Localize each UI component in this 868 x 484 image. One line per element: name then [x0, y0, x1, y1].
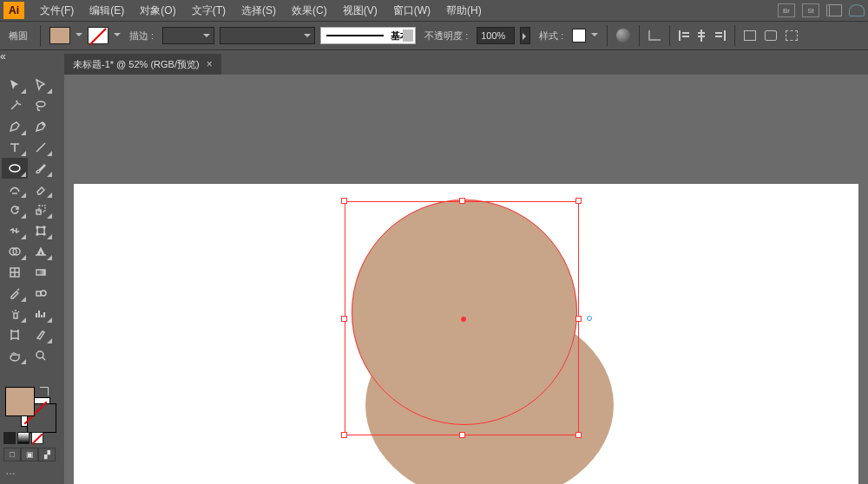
stroke-swatch[interactable] — [88, 27, 108, 44]
zoom-tool[interactable] — [28, 345, 54, 366]
screen-mode-icon[interactable]: … — [5, 465, 16, 477]
direct-selection-tool[interactable] — [28, 75, 54, 95]
chevron-down-icon[interactable] — [591, 33, 598, 40]
tools-panel — [2, 75, 54, 366]
opacity-label: 不透明度 : — [421, 29, 471, 43]
gradient-mode-icon[interactable] — [17, 432, 30, 444]
blend-tool[interactable] — [28, 283, 54, 304]
menu-view[interactable]: 视图(V) — [336, 2, 385, 20]
fill-swatch[interactable] — [49, 27, 70, 44]
eyedropper-tool[interactable] — [2, 283, 28, 304]
symbol-sprayer-tool[interactable] — [2, 304, 28, 324]
align-hcenter-icon[interactable] — [696, 30, 708, 41]
panel-dock-toggle[interactable]: « — [0, 50, 9, 59]
menu-select[interactable]: 选择(S) — [234, 2, 283, 20]
close-icon[interactable]: × — [207, 58, 213, 70]
swap-fill-stroke-icon[interactable] — [40, 387, 49, 396]
column-graph-tool[interactable] — [28, 304, 54, 324]
transform-icon[interactable] — [744, 30, 756, 41]
graphic-style-swatch[interactable] — [572, 29, 586, 43]
brush-definition-dropdown[interactable]: 基本 — [320, 27, 416, 44]
svg-rect-16 — [14, 313, 17, 318]
free-transform-tool[interactable] — [28, 220, 54, 241]
document-tab[interactable]: 未标题-1* @ 52% (RGB/预览) × — [64, 54, 221, 75]
app-logo[interactable]: Ai — [3, 2, 24, 19]
handle-n[interactable] — [459, 198, 465, 204]
handle-e[interactable] — [575, 316, 582, 322]
svg-point-0 — [36, 101, 45, 107]
opacity-stepper[interactable] — [520, 27, 530, 44]
magic-wand-tool[interactable] — [2, 95, 28, 116]
handle-sw[interactable] — [341, 432, 347, 438]
sync-icon[interactable] — [849, 4, 865, 16]
pie-widget-icon[interactable] — [587, 316, 592, 321]
pen-tool[interactable] — [2, 116, 28, 137]
menubar: Ai 文件(F) 编辑(E) 对象(O) 文字(T) 选择(S) 效果(C) 视… — [0, 0, 868, 21]
document-area[interactable] — [64, 75, 868, 484]
svg-point-15 — [41, 291, 46, 296]
ellipse-tool[interactable] — [2, 158, 28, 179]
recolor-icon[interactable] — [616, 29, 630, 43]
handle-se[interactable] — [575, 432, 582, 438]
shaper-tool[interactable] — [2, 179, 28, 199]
none-mode-icon[interactable] — [31, 432, 43, 444]
rotate-tool[interactable] — [2, 199, 28, 220]
svg-rect-4 — [39, 206, 45, 212]
width-tool[interactable] — [2, 220, 28, 241]
draw-normal-icon[interactable]: □ — [3, 448, 21, 461]
menu-file[interactable]: 文件(F) — [33, 2, 81, 20]
stroke-weight-label: 描边 : — [126, 29, 157, 43]
arrange-documents-icon[interactable] — [826, 4, 842, 16]
stock-link-icon[interactable]: St — [802, 3, 819, 17]
lasso-tool[interactable] — [28, 95, 54, 116]
shape-builder-tool[interactable] — [2, 241, 28, 262]
svg-point-2 — [10, 165, 20, 172]
menu-type[interactable]: 文字(T) — [185, 2, 233, 20]
isolate-icon[interactable] — [765, 30, 777, 41]
draw-inside-icon[interactable]: ▞ — [38, 448, 56, 461]
paintbrush-tool[interactable] — [28, 158, 54, 179]
color-mode-icon[interactable] — [3, 432, 16, 444]
handle-s[interactable] — [459, 432, 465, 438]
handle-nw[interactable] — [341, 198, 347, 204]
mesh-tool[interactable] — [2, 262, 28, 283]
line-tool[interactable] — [28, 137, 54, 158]
menu-effect[interactable]: 效果(C) — [285, 2, 334, 20]
chevron-down-icon[interactable] — [76, 33, 82, 40]
scale-tool[interactable] — [28, 199, 54, 220]
svg-point-1 — [43, 123, 44, 125]
stroke-weight-dropdown[interactable] — [162, 27, 214, 44]
eraser-tool[interactable] — [28, 179, 54, 199]
document-tabs: 未标题-1* @ 52% (RGB/预览) × — [64, 54, 868, 75]
gradient-tool[interactable] — [28, 262, 54, 283]
handle-w[interactable] — [341, 316, 347, 322]
svg-point-18 — [36, 351, 43, 358]
curvature-tool[interactable] — [28, 116, 54, 137]
menu-window[interactable]: 窗口(W) — [386, 2, 437, 20]
align-left-icon[interactable] — [679, 30, 691, 41]
hand-tool[interactable] — [2, 345, 28, 366]
chevron-down-icon[interactable] — [114, 33, 121, 40]
fill-stroke-proxy[interactable] — [3, 385, 52, 428]
align-to-icon[interactable] — [648, 30, 661, 41]
artboard[interactable] — [74, 184, 858, 484]
selection-tool[interactable] — [2, 75, 28, 95]
selection-center-point[interactable] — [461, 317, 466, 322]
handle-ne[interactable] — [575, 198, 582, 204]
style-label: 样式 : — [536, 29, 567, 43]
type-tool[interactable] — [2, 137, 28, 158]
perspective-grid-tool[interactable] — [28, 241, 54, 262]
bridge-link-icon[interactable]: Br — [778, 3, 795, 17]
artboard-tool[interactable] — [2, 324, 28, 345]
menu-help[interactable]: 帮助(H) — [439, 2, 489, 20]
slice-tool[interactable] — [28, 324, 54, 345]
menu-edit[interactable]: 编辑(E) — [82, 2, 131, 20]
menu-object[interactable]: 对象(O) — [133, 2, 182, 20]
more-options-icon[interactable] — [786, 30, 798, 41]
svg-rect-17 — [11, 331, 18, 338]
fill-proxy[interactable] — [5, 387, 35, 416]
align-right-icon[interactable] — [713, 30, 726, 41]
opacity-input[interactable]: 100% — [477, 27, 515, 44]
variable-width-dropdown[interactable] — [220, 27, 315, 44]
draw-behind-icon[interactable]: ▣ — [21, 448, 38, 461]
